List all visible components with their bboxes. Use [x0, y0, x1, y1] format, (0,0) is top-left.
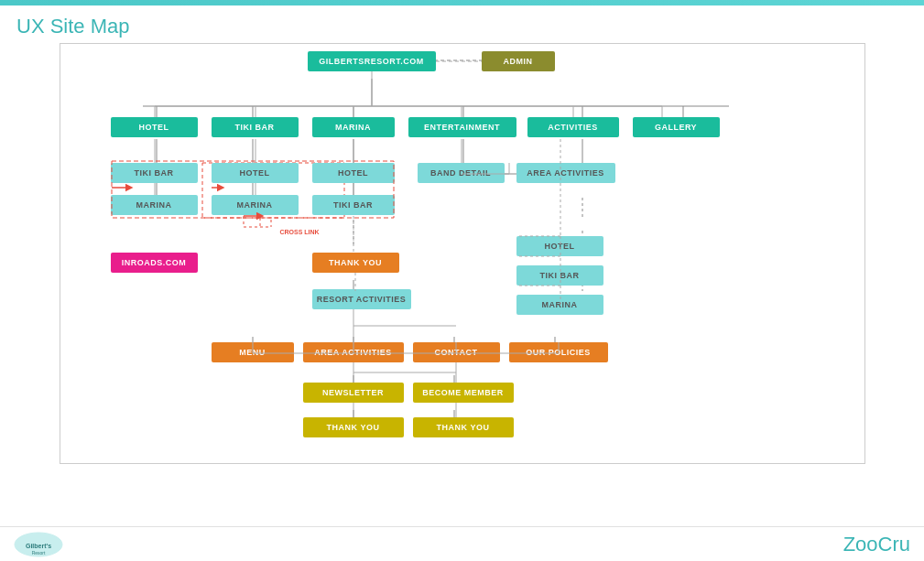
- sub-tiki-bar2[interactable]: TIKI BAR: [312, 195, 395, 215]
- gallery-nav[interactable]: GALLERY: [633, 117, 720, 137]
- band-detail[interactable]: BAND DETAIL: [418, 163, 505, 183]
- footer: Gilbert's Resort ZooCru: [0, 526, 924, 561]
- activities-nav[interactable]: ACTIVITIES: [527, 117, 619, 137]
- gilbertsresort-node[interactable]: GILBERTSRESORT.COM: [308, 51, 436, 71]
- hotel-right[interactable]: HOTEL: [516, 236, 603, 256]
- area-activities2[interactable]: AREA ACTIVITIES: [303, 342, 404, 362]
- admin-node[interactable]: ADMIN: [482, 51, 555, 71]
- sub-marina1[interactable]: MARINA: [111, 195, 198, 215]
- resort-activities[interactable]: RESORT ACTIVITIES: [312, 289, 411, 309]
- area-activities-right[interactable]: AREA ACTIVITIES: [516, 163, 615, 183]
- menu-node[interactable]: MENU: [212, 342, 294, 362]
- main-content: GILBERTSRESORT.COM ADMIN HOTEL TIKI BAR …: [0, 43, 924, 464]
- become-member[interactable]: BECOME MEMBER: [413, 383, 514, 403]
- marina-nav[interactable]: MARINA: [312, 117, 395, 137]
- marina-right[interactable]: MARINA: [516, 295, 603, 315]
- page-title: UX Site Map: [16, 15, 908, 38]
- header: UX Site Map: [0, 5, 924, 43]
- sub-tiki-bar[interactable]: TIKI BAR: [111, 163, 198, 183]
- sub-marina2[interactable]: MARINA: [212, 195, 299, 215]
- cross-link-label: CROSS LINK: [280, 229, 320, 235]
- sitemap-container: GILBERTSRESORT.COM ADMIN HOTEL TIKI BAR …: [60, 43, 865, 464]
- thank-you-2[interactable]: THANK YOU: [413, 417, 514, 437]
- newsletter[interactable]: NEWSLETTER: [303, 383, 404, 403]
- contact-node[interactable]: CONTACT: [413, 342, 500, 362]
- thank-you-orange[interactable]: THANK YOU: [312, 253, 399, 273]
- hotel-nav[interactable]: HOTEL: [111, 117, 198, 137]
- footer-brand: ZooCru: [843, 533, 910, 556]
- sub-hotel1[interactable]: HOTEL: [212, 163, 299, 183]
- inroads-node[interactable]: INROADS.COM: [111, 253, 198, 273]
- entertainment-nav[interactable]: ENTERTAINMENT: [408, 117, 516, 137]
- thank-you-1[interactable]: THANK YOU: [303, 417, 404, 437]
- footer-logo: Gilbert's Resort: [14, 531, 64, 558]
- tiki-bar-nav[interactable]: TIKI BAR: [212, 117, 299, 137]
- svg-text:Gilbert's: Gilbert's: [26, 543, 51, 549]
- sub-hotel2[interactable]: HOTEL: [312, 163, 395, 183]
- our-policies[interactable]: OUR POLICIES: [509, 342, 608, 362]
- tiki-bar-right[interactable]: TIKI BAR: [516, 265, 603, 286]
- svg-text:Resort: Resort: [32, 550, 46, 556]
